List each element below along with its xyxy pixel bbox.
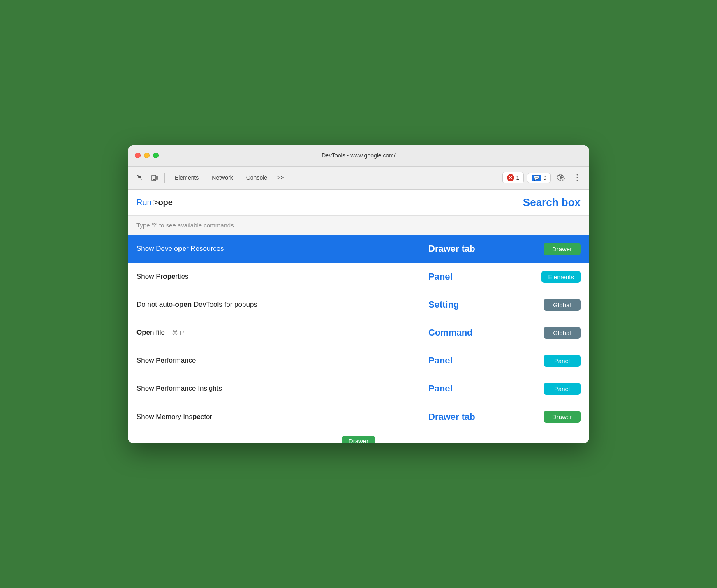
command-row[interactable]: Show Properties Panel Elements [128,263,589,291]
device-toolbar-button[interactable] [148,171,161,184]
command-list: Show Developer Resources Drawer tab Draw… [128,235,589,431]
tab-elements[interactable]: Elements [168,172,205,183]
command-row[interactable]: Show Performance Insights Panel Panel [128,375,589,403]
message-icon: 💬 [532,175,541,181]
badge-label: Global [544,299,581,311]
run-label: Run [136,198,152,207]
command-row[interactable]: Show Developer Resources Drawer tab Draw… [128,235,589,263]
inspect-element-button[interactable] [133,171,146,184]
window-title: DevTools - www.google.com/ [321,152,396,159]
search-placeholder: Type '?' to see available commands [136,222,234,229]
command-category: Setting [420,299,535,310]
command-category: Drawer tab [420,412,535,422]
command-name: Show Memory Inspector [136,413,420,421]
maximize-button[interactable] [153,153,159,158]
command-badge: Panel [535,355,581,367]
bottom-peek-badge: Drawer [342,436,375,443]
badge-label: Panel [544,383,581,395]
command-name: Show Properties [136,273,420,281]
svg-point-3 [577,174,578,176]
svg-point-4 [577,177,578,178]
command-row[interactable]: Show Memory Inspector Drawer tab Drawer [128,403,589,431]
more-options-button[interactable] [571,171,584,184]
tab-console[interactable]: Console [240,172,274,183]
command-category: Panel [420,271,535,282]
badge-label: Elements [541,271,581,283]
more-tabs-button[interactable]: >> [274,173,287,183]
cp-title: Search box [523,196,581,209]
badge-label: Drawer [544,411,581,423]
badge-label: Panel [544,355,581,367]
settings-button[interactable] [554,171,567,184]
error-badge-button[interactable]: ✕ 1 [502,172,524,183]
toolbar-tabs: Elements Network Console >> [168,172,501,183]
badge-label: Global [544,327,581,339]
toolbar-divider-1 [164,173,165,183]
command-palette: Run >ope Search box Type '?' to see avai… [128,190,589,443]
command-badge: Drawer [535,411,581,423]
titlebar: DevTools - www.google.com/ [128,145,589,167]
command-row[interactable]: Open file ⌘ P Command Global [128,319,589,347]
close-button[interactable] [135,153,141,158]
tab-network[interactable]: Network [205,172,239,183]
command-name: Open file ⌘ P [136,329,420,337]
command-badge: Global [535,327,581,339]
command-badge: Drawer [535,243,581,255]
cp-search[interactable]: Type '?' to see available commands [128,216,589,235]
minimize-button[interactable] [144,153,150,158]
command-category: Command [420,327,535,338]
command-badge: Global [535,299,581,311]
traffic-lights [135,153,159,158]
command-badge: Elements [535,271,581,283]
message-count: 9 [544,175,546,181]
command-name: Do not auto-open DevTools for popups [136,301,420,309]
svg-rect-1 [156,176,158,179]
bottom-peek: Drawer [128,431,589,443]
cp-header: Run >ope Search box [128,190,589,216]
command-row[interactable]: Show Performance Panel Panel [128,347,589,375]
command-name: Show Performance Insights [136,384,420,393]
command-category: Panel [420,383,535,394]
command-name: Show Developer Resources [136,245,420,253]
svg-point-5 [577,180,578,181]
badge-label: Drawer [544,243,581,255]
toolbar-right: ✕ 1 💬 9 [502,171,584,184]
shortcut: ⌘ P [172,329,184,336]
command-category: Drawer tab [420,243,535,254]
error-icon: ✕ [507,174,514,181]
cp-query: >ope [153,198,173,207]
error-count: 1 [516,175,519,181]
command-row[interactable]: Do not auto-open DevTools for popups Set… [128,291,589,319]
command-category: Panel [420,355,535,366]
command-badge: Panel [535,383,581,395]
toolbar: Elements Network Console >> ✕ 1 💬 9 [128,167,589,190]
command-name: Show Performance [136,357,420,365]
message-badge-button[interactable]: 💬 9 [527,173,551,183]
devtools-window: DevTools - www.google.com/ Elements Netw… [128,145,589,443]
